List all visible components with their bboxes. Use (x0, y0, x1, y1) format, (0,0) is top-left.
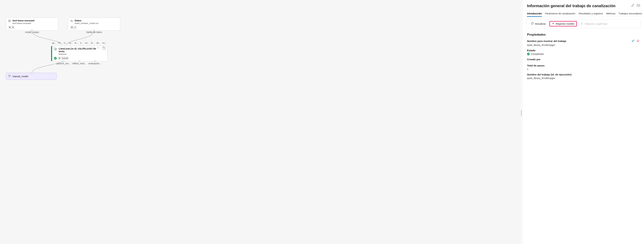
panel-splitter[interactable] (521, 0, 522, 244)
debug-monitor-button: Depurar y supervisar (578, 21, 609, 26)
panel-title: Información general del trabajo de canal… (522, 0, 644, 10)
property-display-name: Nombre para mostrar del trabajo quiet_li… (522, 38, 644, 48)
svg-point-2 (8, 75, 9, 76)
property-value: quiet_library_8rs362spgm (527, 77, 640, 79)
debug-monitor-label: Depurar y supervisar (585, 22, 608, 25)
property-created-by: Creado por (522, 57, 644, 63)
node-title: trained_model (12, 75, 28, 78)
output-port-label: pytorch_mo... (56, 62, 70, 65)
output-port[interactable] (62, 60, 64, 62)
register-model-label: Registrar modelo (556, 22, 574, 25)
node-subtitle: hotel_reviews_small.csv (75, 22, 98, 24)
panel-tabs: Introducción Parámetros de canalización … (522, 10, 644, 17)
property-value: quiet_library_8rs362spgm (527, 43, 640, 46)
tab-introduction[interactable]: Introducción (527, 10, 542, 17)
expand-icon[interactable] (631, 4, 634, 7)
tab-child-jobs[interactable]: Trabajos secundarios (619, 10, 642, 17)
tab-metrics[interactable]: Métricas (606, 10, 616, 17)
input-port[interactable] (53, 47, 55, 49)
output-port[interactable] (94, 60, 96, 62)
version-badge: V1 (70, 26, 77, 29)
property-job-name: Nombre del trabajo (id. de ejecución) qu… (522, 72, 644, 81)
version-badge: V0.0.10 (58, 57, 69, 60)
input-port-label: te... (91, 42, 94, 44)
tab-results-logs[interactable]: Resultados y registros (579, 10, 603, 17)
output-port[interactable] (78, 60, 80, 62)
node-title: Datos (75, 19, 98, 22)
edit-icon[interactable] (632, 39, 634, 43)
panel-toolbar: Actualizar Registrar modelo Depurar y su… (526, 19, 640, 28)
star-icon[interactable] (636, 39, 640, 43)
bug-icon (580, 22, 584, 25)
pipeline-canvas[interactable]: bert-base-uncased bert-base-uncased V8 m… (0, 0, 521, 244)
property-value: 1 (527, 68, 640, 70)
property-label: Nombre del trabajo (id. de ejecución) (527, 73, 572, 76)
node-trained-model[interactable]: trained_model (6, 73, 56, 80)
svg-point-4 (9, 76, 10, 77)
output-port-label: model_output (25, 31, 39, 33)
input-port-label: ml... (58, 42, 62, 44)
property-label: Estado (527, 49, 536, 52)
node-text-classification-pipeline[interactable]: py... ml... tr... va... te... tr... va..… (51, 46, 108, 61)
input-port-label: va... (85, 42, 89, 44)
data-icon (70, 19, 73, 22)
tab-pipeline-parameters[interactable]: Parámetros de canalización (545, 10, 576, 17)
input-port-label: tr... (64, 42, 67, 44)
input-port-label: tr... (80, 42, 83, 44)
pipeline-input-ports: py... ml... tr... va... te... tr... va..… (51, 44, 107, 49)
property-status: Estado Completado (522, 48, 644, 57)
input-port[interactable] (81, 47, 82, 49)
property-label: Creado por (527, 58, 540, 61)
output-port-label: evaluación... (88, 62, 102, 65)
input-port-label: te... (75, 42, 78, 44)
popout-icon[interactable] (637, 4, 640, 7)
cube-icon (8, 19, 11, 22)
property-label: Total de pasos (527, 64, 544, 67)
node-title: bert-base-uncased (12, 19, 34, 22)
input-port-label: py... (52, 42, 56, 44)
flow-icon (8, 75, 11, 78)
refresh-label: Actualizar (535, 22, 546, 25)
node-bert-base-uncased[interactable]: bert-base-uncased bert-base-uncased V8 m… (6, 18, 58, 30)
output-port-label: Salida de datos (86, 31, 102, 33)
refresh-button[interactable]: Actualizar (529, 21, 548, 26)
input-port[interactable] (64, 47, 66, 49)
input-port[interactable] (98, 47, 99, 49)
status-complete-icon (527, 53, 530, 55)
input-port-label: de... (96, 42, 100, 44)
input-port[interactable] (76, 47, 77, 49)
property-value: Completado (530, 52, 544, 55)
property-total-steps: Total de pasos 1 (522, 63, 644, 72)
output-port-label: mlflow_mod... (72, 62, 86, 65)
property-label: Nombre para mostrar del trabajo (527, 40, 566, 43)
input-port[interactable] (30, 72, 32, 74)
node-datos[interactable]: Datos hotel_reviews_small.csv V1 Salida … (68, 18, 120, 30)
input-port[interactable] (59, 47, 61, 49)
input-port[interactable] (92, 47, 94, 49)
plus-icon (552, 22, 554, 25)
folder-icon[interactable] (102, 47, 105, 49)
refresh-icon (531, 22, 534, 25)
input-port[interactable] (86, 47, 88, 49)
job-details-panel: Información general del trabajo de canal… (522, 0, 644, 244)
register-model-button[interactable]: Registrar modelo (550, 21, 577, 26)
node-subtitle: bert-base-uncased (12, 22, 34, 24)
svg-point-6 (581, 23, 583, 24)
node-subtitle: finetune (59, 53, 101, 55)
version-badge: V8 (8, 26, 15, 29)
properties-heading: Propiedades (522, 30, 644, 38)
input-port-label: va... (69, 42, 73, 44)
svg-point-3 (10, 75, 10, 76)
input-port[interactable] (70, 47, 72, 49)
status-complete-icon (54, 57, 57, 60)
input-port-label: ev... (102, 42, 106, 44)
